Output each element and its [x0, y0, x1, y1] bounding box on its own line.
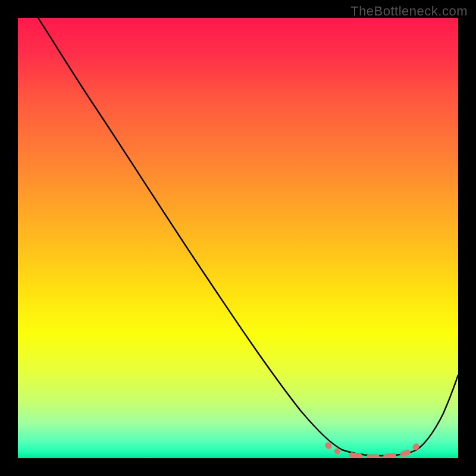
svg-rect-4 [383, 453, 397, 458]
bottleneck-curve [18, 18, 458, 458]
watermark-text: TheBottleneck.com [350, 4, 468, 19]
svg-rect-6 [411, 442, 421, 451]
svg-rect-3 [367, 454, 380, 458]
chart-area [18, 18, 458, 458]
svg-rect-1 [333, 447, 341, 455]
svg-rect-5 [399, 449, 411, 458]
svg-rect-2 [349, 452, 362, 458]
optimum-markers [324, 441, 420, 458]
svg-rect-0 [324, 441, 333, 450]
curve-path [38, 18, 458, 456]
